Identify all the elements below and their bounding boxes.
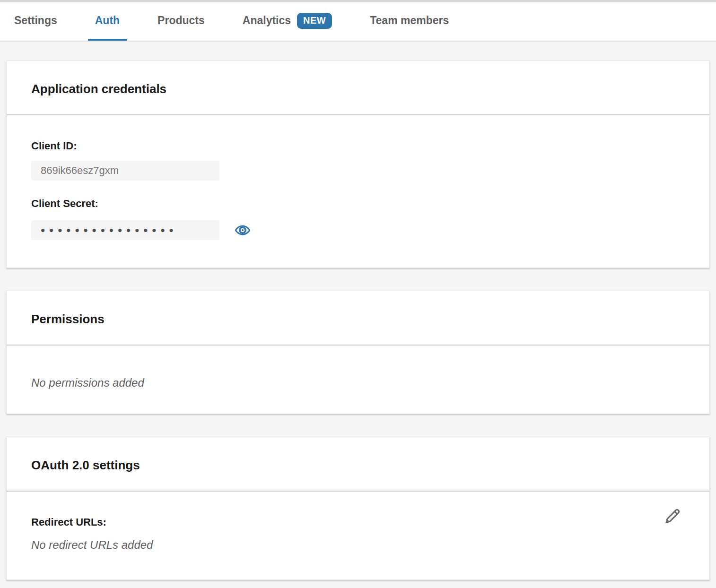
tab-analytics[interactable]: Analytics NEW: [243, 2, 332, 41]
application-credentials-card: Application credentials Client ID: 869ik…: [6, 61, 710, 268]
application-credentials-header: Application credentials: [7, 61, 709, 115]
oauth-settings-title: OAuth 2.0 settings: [31, 458, 685, 473]
permissions-header: Permissions: [7, 291, 709, 346]
reveal-secret-button[interactable]: [235, 222, 251, 238]
application-credentials-body: Client ID: 869ik66esz7gxm Client Secret:…: [7, 115, 709, 268]
client-secret-value[interactable]: ••••••••••••••••: [31, 220, 219, 240]
tab-auth[interactable]: Auth: [88, 2, 127, 41]
client-secret-row: ••••••••••••••••: [31, 220, 685, 240]
pencil-icon: [662, 507, 682, 527]
eye-icon: [235, 222, 251, 238]
redirect-urls-label: Redirect URLs:: [31, 516, 685, 528]
tab-settings-label: Settings: [14, 14, 57, 27]
tab-auth-label: Auth: [95, 14, 120, 27]
oauth-settings-body: Redirect URLs: No redirect URLs added: [7, 492, 709, 579]
permissions-title: Permissions: [31, 312, 685, 327]
tab-team-members-label: Team members: [370, 14, 449, 27]
tab-products-label: Products: [157, 14, 205, 27]
oauth-settings-header: OAuth 2.0 settings: [7, 437, 709, 492]
permissions-card: Permissions No permissions added: [6, 291, 710, 414]
tab-bar: Settings Auth Products Analytics NEW Tea…: [0, 0, 716, 42]
tab-analytics-label: Analytics: [243, 14, 291, 27]
client-id-value[interactable]: 869ik66esz7gxm: [31, 161, 219, 181]
client-secret-label: Client Secret:: [31, 198, 685, 210]
permissions-body: No permissions added: [7, 346, 709, 414]
tab-team-members[interactable]: Team members: [370, 2, 449, 41]
new-badge: NEW: [297, 13, 332, 29]
application-credentials-title: Application credentials: [31, 82, 685, 96]
client-id-label: Client ID:: [31, 140, 685, 152]
redirect-urls-empty-text: No redirect URLs added: [31, 538, 685, 552]
permissions-empty-text: No permissions added: [31, 376, 685, 390]
tab-settings[interactable]: Settings: [14, 2, 57, 41]
edit-redirect-urls-button[interactable]: [662, 507, 682, 527]
tab-products[interactable]: Products: [157, 2, 205, 41]
main-content: Application credentials Client ID: 869ik…: [0, 42, 716, 580]
oauth-settings-card: OAuth 2.0 settings Redirect URLs: No red…: [6, 437, 710, 580]
